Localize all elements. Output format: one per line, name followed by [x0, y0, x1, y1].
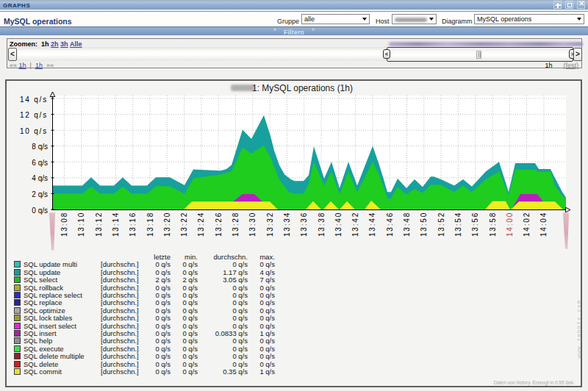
svg-text:13:24: 13:24 [197, 212, 205, 237]
svg-text:13:38: 13:38 [318, 212, 326, 237]
svg-text:13:48: 13:48 [403, 212, 411, 237]
svg-text:13:50: 13:50 [420, 212, 428, 237]
svg-text:13:44: 13:44 [368, 212, 376, 237]
svg-text:13:42: 13:42 [351, 212, 359, 237]
svg-text:13:52: 13:52 [437, 212, 445, 237]
svg-text:2 q/s: 2 q/s [32, 190, 48, 198]
svg-text:12 q/s: 12 q/s [20, 111, 48, 119]
svg-text:13:32: 13:32 [266, 212, 274, 237]
svg-text:13:16: 13:16 [129, 212, 137, 237]
svg-text:10 q/s: 10 q/s [20, 127, 48, 135]
svg-text:13:30: 13:30 [248, 212, 257, 237]
svg-text:13:26: 13:26 [215, 212, 223, 237]
svg-text:8 q/s: 8 q/s [32, 143, 48, 151]
svg-text:13:08: 13:08 [60, 212, 68, 237]
svg-text:13:58: 13:58 [489, 212, 497, 237]
svg-text:13:22: 13:22 [180, 212, 188, 237]
svg-text:13:18: 13:18 [146, 212, 154, 237]
svg-text:13:10: 13:10 [77, 212, 85, 237]
svg-text:13:56: 13:56 [471, 212, 479, 237]
svg-text:13:12: 13:12 [95, 212, 103, 237]
svg-text:13:36: 13:36 [300, 212, 308, 237]
svg-text:13:40: 13:40 [334, 212, 343, 237]
svg-text:14:00: 14:00 [506, 212, 514, 237]
svg-text:4 q/s: 4 q/s [32, 174, 48, 182]
svg-text:0 q/s: 0 q/s [32, 207, 48, 215]
svg-text:14:04: 14:04 [539, 212, 548, 237]
svg-text:13:28: 13:28 [232, 212, 240, 237]
svg-text:14:02: 14:02 [523, 212, 531, 237]
svg-text:13:46: 13:46 [386, 212, 394, 237]
svg-text:13:34: 13:34 [283, 212, 291, 237]
svg-text:14 q/s: 14 q/s [20, 96, 48, 104]
svg-text:13:54: 13:54 [454, 212, 462, 237]
svg-text:13:14: 13:14 [112, 212, 120, 237]
svg-text:13:20: 13:20 [163, 212, 171, 237]
svg-text:6 q/s: 6 q/s [32, 159, 48, 167]
